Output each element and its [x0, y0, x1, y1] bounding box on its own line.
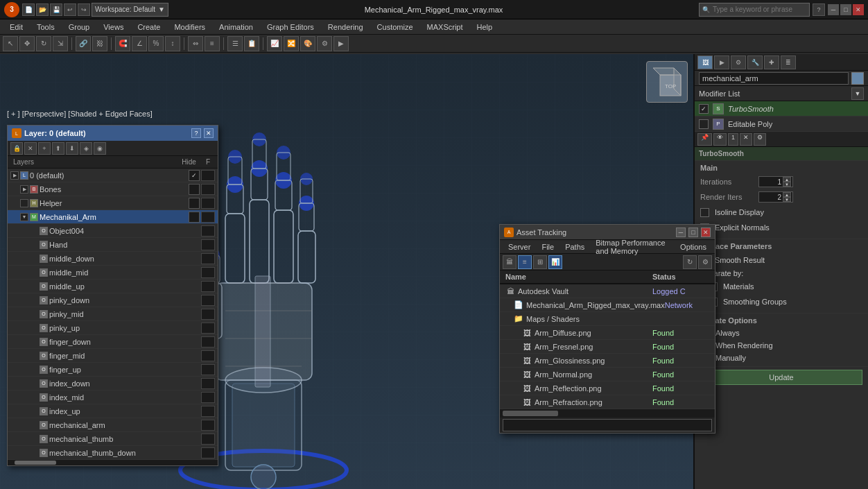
rotate-icon[interactable]: ↻: [36, 36, 51, 51]
render-setup-icon[interactable]: ⚙: [317, 36, 332, 51]
unlink-icon[interactable]: ⛓: [92, 36, 107, 51]
layer-option1-icon[interactable]: ◈: [80, 142, 92, 155]
iterations-up[interactable]: ▲: [783, 177, 791, 182]
layer-freeze-box[interactable]: [201, 198, 215, 209]
editable-poly-checkbox[interactable]: [699, 119, 709, 129]
select-icon[interactable]: ↖: [3, 36, 18, 51]
snap-icon[interactable]: 🧲: [115, 36, 130, 51]
minimize-button[interactable]: ─: [828, 4, 839, 15]
layer-move-icon[interactable]: ⬆: [52, 142, 64, 155]
turbosmooth-checkbox[interactable]: ✓: [699, 104, 709, 114]
navigation-cube[interactable]: TOP: [646, 61, 688, 103]
layer-icon-1[interactable]: 🔒: [10, 142, 23, 155]
mirror-icon[interactable]: ⇔: [188, 36, 203, 51]
menu-group[interactable]: Group: [62, 22, 97, 33]
menu-tools[interactable]: Tools: [30, 22, 62, 33]
asset-scrollbar[interactable]: [500, 409, 715, 418]
redo-icon[interactable]: ↪: [78, 3, 90, 16]
remove-modifier-button[interactable]: ✕: [740, 133, 752, 146]
asset-table-row[interactable]: 🏛 Autodesk Vault Logged C: [500, 284, 715, 298]
layer-freeze-box[interactable]: [201, 392, 215, 403]
layer-row[interactable]: Oindex_up: [8, 404, 218, 418]
scale-icon[interactable]: ⇲: [53, 36, 68, 51]
undo-icon[interactable]: ↩: [64, 3, 76, 16]
layer-manager-icon[interactable]: 📋: [244, 36, 259, 51]
iterations-down[interactable]: ▼: [783, 182, 791, 187]
layer-freeze-box[interactable]: [201, 225, 215, 237]
help-icon[interactable]: ?: [813, 3, 825, 16]
layer-freeze-box[interactable]: [201, 309, 215, 320]
asset-menu-bitmap[interactable]: Bitmap Performance and Memory: [590, 237, 675, 257]
layer-freeze-box[interactable]: [201, 350, 215, 361]
layer-freeze-box[interactable]: [201, 447, 215, 458]
layer-row[interactable]: OHand: [8, 238, 218, 252]
layer-delete-icon[interactable]: ✕: [24, 142, 37, 155]
layers-scrollbar-thumb[interactable]: [15, 461, 56, 465]
named-select-icon[interactable]: ☰: [227, 36, 243, 51]
search-box[interactable]: 🔍 Type a keyword or phrase: [699, 3, 810, 17]
color-swatch-button[interactable]: [851, 72, 864, 85]
layer-freeze-box[interactable]: [201, 434, 215, 445]
turbosmooth-modifier[interactable]: ✓ S TurboSmooth: [695, 101, 868, 117]
menu-maxscript[interactable]: MAXScript: [420, 22, 470, 33]
utilities-tab[interactable]: 🔧: [747, 55, 763, 69]
show-end-result-button[interactable]: 👁: [713, 133, 727, 146]
layer-down-icon[interactable]: ⬇: [66, 142, 78, 155]
asset-table-icon[interactable]: 📊: [548, 255, 562, 269]
asset-table-row[interactable]: 📁 Maps / Shaders: [500, 312, 715, 326]
asset-list-icon[interactable]: ≡: [518, 255, 532, 269]
spinner-snap-icon[interactable]: ↕: [165, 36, 180, 51]
layer-row[interactable]: Omechanical_arm: [8, 418, 218, 432]
modifier-dropdown-button[interactable]: ▼: [851, 87, 864, 100]
layer-freeze-box[interactable]: [201, 406, 215, 417]
make-unique-button[interactable]: 1: [728, 133, 738, 146]
layer-freeze-box[interactable]: [201, 239, 215, 250]
asset-table-row[interactable]: 🖼 Arm_Glossiness.png Found: [500, 354, 715, 368]
curve-editor-icon[interactable]: 📈: [267, 36, 282, 51]
layer-freeze-box[interactable]: [201, 420, 215, 431]
menu-views[interactable]: Views: [96, 22, 130, 33]
layer-row[interactable]: ▶L0 (default)✓: [8, 169, 218, 182]
layer-option2-icon[interactable]: ◉: [94, 142, 106, 155]
render-iters-up[interactable]: ▲: [783, 192, 791, 197]
layer-expand-icon[interactable]: ▼: [20, 213, 28, 221]
layer-hide-checkbox[interactable]: [189, 198, 200, 209]
hierarchy-tab[interactable]: ⚙: [731, 55, 746, 69]
asset-table-row[interactable]: 📄 Mechanical_Arm_Rigged_max_vray.max Net…: [500, 298, 715, 312]
open-file-icon[interactable]: 📂: [36, 3, 49, 16]
menu-customize[interactable]: Customize: [370, 22, 420, 33]
layer-row[interactable]: Oindex_down: [8, 377, 218, 391]
layer-hide-checkbox[interactable]: [189, 212, 200, 223]
render-icon[interactable]: ▶: [333, 36, 349, 51]
save-file-icon[interactable]: 💾: [50, 3, 62, 16]
asset-table-row[interactable]: 🖼 Arm_Refraction.png Found: [500, 395, 715, 409]
menu-modifiers[interactable]: Modifiers: [167, 22, 212, 33]
layer-expand-icon[interactable]: ▶: [20, 185, 28, 194]
asset-menu-file[interactable]: File: [536, 241, 559, 252]
layer-freeze-box[interactable]: [201, 253, 215, 264]
layer-row[interactable]: Ofinger_up: [8, 363, 218, 377]
layers-close-button[interactable]: ✕: [204, 128, 214, 138]
layer-row[interactable]: Omechanical_thumb: [8, 432, 218, 446]
layer-freeze-box[interactable]: [201, 267, 215, 278]
layer-row[interactable]: ▼MMechanikal_Arm: [8, 210, 218, 224]
material-editor-icon[interactable]: 🎨: [300, 36, 315, 51]
isoline-display-checkbox[interactable]: [700, 208, 709, 217]
layer-row[interactable]: HHelper: [8, 196, 218, 210]
layer-add-icon[interactable]: +: [38, 142, 51, 155]
asset-menu-options[interactable]: Options: [675, 241, 712, 252]
layer-freeze-box[interactable]: [201, 336, 215, 348]
asset-refresh-icon[interactable]: ↻: [683, 255, 697, 269]
layers-scrollbar[interactable]: [8, 460, 218, 465]
layer-row[interactable]: Omiddle_down: [8, 252, 218, 266]
layer-freeze-box[interactable]: [201, 364, 215, 375]
editable-poly-modifier[interactable]: P Editable Poly: [695, 117, 868, 132]
asset-settings-icon[interactable]: ⚙: [698, 255, 712, 269]
display-tab[interactable]: 🖼: [697, 55, 713, 69]
asset-vault-icon[interactable]: 🏛: [503, 255, 517, 269]
asset-menu-paths[interactable]: Paths: [559, 241, 590, 252]
angle-snap-icon[interactable]: ∠: [132, 36, 147, 51]
layer-row[interactable]: ▶BBones: [8, 182, 218, 196]
configure-button[interactable]: ⚙: [754, 133, 766, 146]
schematic-icon[interactable]: 🔀: [284, 36, 299, 51]
